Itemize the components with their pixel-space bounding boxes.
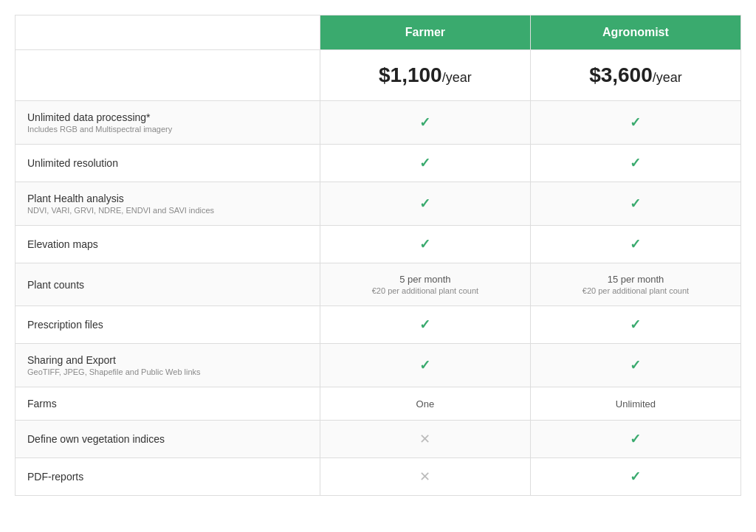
price-row: $1,100/year $3,600/year — [16, 50, 741, 101]
feature-name-cell: Unlimited resolution — [16, 145, 320, 182]
feature-name-cell: Plant Health analysisNDVI, VARI, GRVI, N… — [16, 182, 320, 226]
cell-detail: Unlimited — [538, 398, 733, 410]
table-row: Unlimited data processing*Includes RGB a… — [16, 101, 741, 145]
farmer-header: Farmer — [320, 15, 530, 50]
farmer-price-cell: $1,100/year — [320, 50, 530, 101]
feature-name: Farms — [27, 398, 308, 410]
empty-header — [16, 15, 320, 50]
farmer-feature-cell: One — [320, 387, 530, 421]
feature-sub: GeoTIFF, JPEG, Shapefile and Public Web … — [27, 367, 308, 376]
check-icon: ✓ — [419, 317, 430, 332]
feature-name-cell: Unlimited data processing*Includes RGB a… — [16, 101, 320, 145]
check-icon: ✓ — [419, 237, 430, 252]
feature-name-cell: Sharing and ExportGeoTIFF, JPEG, Shapefi… — [16, 344, 320, 387]
agronomist-feature-cell: ✓ — [530, 101, 740, 145]
table-row: PDF-reports✕✓ — [16, 458, 741, 496]
cell-detail: 5 per month — [328, 274, 523, 285]
farmer-feature-cell: ✕ — [320, 421, 530, 458]
cell-detail-sub: €20 per additional plant count — [538, 286, 733, 295]
feature-name: Plant counts — [27, 279, 308, 291]
cell-detail: One — [328, 398, 523, 410]
farmer-price-value: $1,100/year — [379, 63, 472, 86]
farmer-feature-cell: ✓ — [320, 182, 530, 226]
farmer-feature-cell: ✕ — [320, 458, 530, 496]
price-empty — [16, 50, 320, 101]
feature-name: Elevation maps — [27, 238, 308, 250]
agronomist-feature-cell: ✓ — [530, 226, 740, 263]
farmer-feature-cell: ✓ — [320, 226, 530, 263]
farmer-feature-cell: ✓ — [320, 145, 530, 182]
check-icon: ✓ — [630, 196, 641, 211]
check-icon: ✓ — [630, 317, 641, 332]
feature-name: Sharing and Export — [27, 354, 308, 366]
table-row: FarmsOneUnlimited — [16, 387, 741, 421]
feature-name-cell: Farms — [16, 387, 320, 421]
feature-name-cell: Define own vegetation indices — [16, 421, 320, 458]
check-icon: ✓ — [630, 432, 641, 446]
farmer-feature-cell: 5 per month€20 per additional plant coun… — [320, 263, 530, 306]
check-icon: ✓ — [630, 358, 641, 373]
agronomist-feature-cell: ✓ — [530, 145, 740, 182]
feature-name-cell: Elevation maps — [16, 226, 320, 263]
table-row: Plant Health analysisNDVI, VARI, GRVI, N… — [16, 182, 741, 226]
agronomist-feature-cell: ✓ — [530, 421, 740, 458]
table-row: Sharing and ExportGeoTIFF, JPEG, Shapefi… — [16, 344, 741, 387]
feature-name: Plant Health analysis — [27, 193, 308, 204]
table-row: Unlimited resolution✓✓ — [16, 145, 741, 182]
agronomist-feature-cell: ✓ — [530, 458, 740, 496]
check-icon: ✓ — [419, 196, 430, 211]
feature-name: PDF-reports — [27, 471, 308, 483]
feature-name-cell: Plant counts — [16, 263, 320, 306]
feature-name-cell: Prescription files — [16, 306, 320, 344]
check-icon: ✓ — [630, 156, 641, 170]
feature-sub: NDVI, VARI, GRVI, NDRE, ENDVI and SAVI i… — [27, 206, 308, 215]
agronomist-header: Agronomist — [530, 15, 740, 50]
agronomist-feature-cell: ✓ — [530, 182, 740, 226]
table-row: Plant counts5 per month€20 per additiona… — [16, 263, 741, 306]
agronomist-price-value: $3,600/year — [589, 63, 682, 86]
agronomist-feature-cell: ✓ — [530, 306, 740, 344]
agronomist-price-cell: $3,600/year — [530, 50, 740, 101]
feature-name-cell: PDF-reports — [16, 458, 320, 496]
cross-icon: ✕ — [419, 469, 430, 484]
check-icon: ✓ — [419, 358, 430, 373]
feature-name: Define own vegetation indices — [27, 433, 308, 445]
check-icon: ✓ — [630, 237, 641, 252]
table-row: Define own vegetation indices✕✓ — [16, 421, 741, 458]
agronomist-feature-cell: Unlimited — [530, 387, 740, 421]
check-icon: ✓ — [419, 115, 430, 130]
feature-name: Prescription files — [27, 319, 308, 331]
farmer-feature-cell: ✓ — [320, 101, 530, 145]
check-icon: ✓ — [630, 115, 641, 130]
check-icon: ✓ — [630, 469, 641, 484]
check-icon: ✓ — [419, 156, 430, 170]
cell-detail: 15 per month — [538, 274, 733, 285]
feature-name: Unlimited resolution — [27, 157, 308, 169]
cross-icon: ✕ — [419, 432, 430, 446]
cell-detail-sub: €20 per additional plant count — [328, 286, 523, 295]
pricing-table: Farmer Agronomist $1,100/year $3,600/yea… — [15, 15, 741, 496]
farmer-feature-cell: ✓ — [320, 306, 530, 344]
agronomist-feature-cell: 15 per month€20 per additional plant cou… — [530, 263, 740, 306]
farmer-feature-cell: ✓ — [320, 344, 530, 387]
feature-sub: Includes RGB and Multispectral imagery — [27, 125, 308, 134]
pricing-container: Farmer Agronomist $1,100/year $3,600/yea… — [0, 0, 756, 511]
table-row: Prescription files✓✓ — [16, 306, 741, 344]
feature-name: Unlimited data processing* — [27, 111, 308, 123]
table-row: Elevation maps✓✓ — [16, 226, 741, 263]
agronomist-feature-cell: ✓ — [530, 344, 740, 387]
